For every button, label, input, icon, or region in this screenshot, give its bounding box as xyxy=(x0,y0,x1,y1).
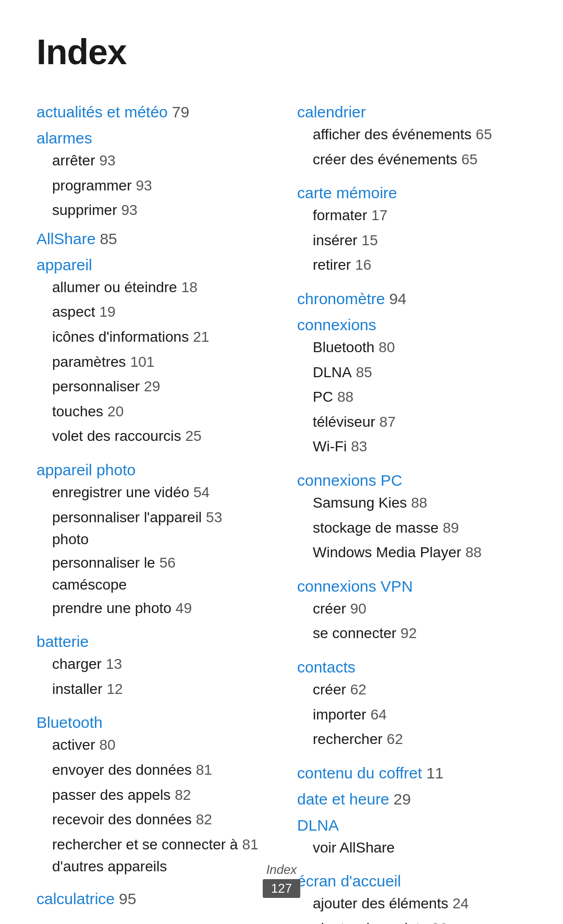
list-item: contacts créer 62 importer 64 rechercher… xyxy=(297,658,527,757)
entry-title: AllShare xyxy=(36,230,95,248)
sub-entries: afficher des événements 65 créer des évé… xyxy=(297,122,527,172)
sub-entry: volet des raccourcis 25 xyxy=(52,424,266,449)
list-item: date et heure 29 xyxy=(297,790,527,809)
entry-title: carte mémoire xyxy=(297,184,397,202)
entry-title: calendrier xyxy=(297,103,366,121)
sub-entry: ajouter des volets 26 xyxy=(313,916,527,924)
sub-entry: rechercher 62 xyxy=(313,727,527,752)
entry-title: connexions xyxy=(297,316,376,334)
list-item: connexions VPN créer 90 se connecter 92 xyxy=(297,578,527,651)
entry-title: chronomètre xyxy=(297,290,385,308)
right-column: calendrier afficher des événements 65 cr… xyxy=(297,98,527,924)
sub-entry: insérer 15 xyxy=(313,228,527,253)
sub-entry: voir AllShare xyxy=(313,835,527,860)
sub-entry: aspect 19 xyxy=(52,299,266,325)
list-item: chronomètre 94 xyxy=(297,290,527,309)
entry-title: contenu du coffret xyxy=(297,764,422,782)
sub-entry: formater 17 xyxy=(313,203,527,228)
sub-entry: recevoir des données 82 xyxy=(52,807,266,832)
entry-page: 85 xyxy=(100,230,117,248)
sub-entry: charger 13 xyxy=(52,652,266,677)
entry-title: connexions VPN xyxy=(297,578,413,595)
sub-entry: créer 62 xyxy=(313,677,527,702)
list-item: connexions PC Samsung Kies 88 stockage d… xyxy=(297,472,527,570)
page-title: Index xyxy=(36,31,527,72)
sub-entry: téléviseur 87 xyxy=(313,410,527,435)
sub-entries: créer 62 importer 64 rechercher 62 xyxy=(297,677,527,752)
list-item: connexions Bluetooth 80 DLNA 85 PC 88 té… xyxy=(297,316,527,464)
entry-title: Bluetooth xyxy=(36,714,103,731)
entry-title: contacts xyxy=(297,658,356,676)
sub-entry: PC 88 xyxy=(313,385,527,410)
sub-entry: activer 80 xyxy=(52,733,266,758)
sub-entry: se connecter 92 xyxy=(313,621,527,646)
list-item: batterie charger 13 installer 12 xyxy=(36,633,266,706)
left-column: actualités et météo 79 alarmes arrêter 9… xyxy=(36,98,266,924)
entry-title: appareil photo xyxy=(36,461,136,479)
entry-title: batterie xyxy=(36,633,89,651)
list-item: appareil allumer ou éteindre 18 aspect 1… xyxy=(36,256,266,454)
sub-entry: afficher des événements 65 xyxy=(313,122,527,147)
sub-entry: créer 90 xyxy=(313,596,527,621)
sub-entry: Samsung Kies 88 xyxy=(313,490,527,515)
list-item: Bluetooth activer 80 envoyer des données… xyxy=(36,714,266,882)
page-footer: Index 127 xyxy=(0,862,563,898)
sub-entry: paramètres 101 xyxy=(52,350,266,375)
sub-entries: formater 17 insérer 15 retirer 16 xyxy=(297,203,527,278)
list-item: contenu du coffret 11 xyxy=(297,764,527,783)
index-content: actualités et météo 79 alarmes arrêter 9… xyxy=(36,98,527,924)
sub-entries: voir AllShare xyxy=(297,835,527,860)
sub-entry: importer 64 xyxy=(313,702,527,727)
sub-entry: retirer 16 xyxy=(313,253,527,278)
sub-entry: créer des événements 65 xyxy=(313,147,527,172)
sub-entry: personnaliser lecaméscope 56 xyxy=(52,550,266,596)
sub-entries: charger 13 installer 12 xyxy=(36,652,266,701)
entry-title: actualités et météo xyxy=(36,103,168,121)
sub-entry: enregistrer une vidéo 54 xyxy=(52,480,266,505)
sub-entry: DLNA 85 xyxy=(313,360,527,385)
sub-entries: activer 80 envoyer des données 81 passer… xyxy=(36,733,266,877)
sub-entry: Wi-Fi 83 xyxy=(313,434,527,459)
sub-entry: passer des appels 82 xyxy=(52,783,266,808)
entry-title: alarmes xyxy=(36,129,92,147)
sub-entry: arrêter 93 xyxy=(52,148,266,173)
sub-entry: programmer 93 xyxy=(52,173,266,198)
sub-entries: enregistrer une vidéo 54 personnaliser l… xyxy=(36,480,266,620)
entry-page: 79 xyxy=(172,103,189,121)
footer-label: Index xyxy=(0,862,563,877)
entry-title: DLNA xyxy=(297,817,339,834)
sub-entry: installer 12 xyxy=(52,677,266,702)
sub-entry: stockage de masse 89 xyxy=(313,515,527,541)
entry-page: 94 xyxy=(389,290,406,308)
sub-entry: Windows Media Player 88 xyxy=(313,540,527,565)
entry-page: 11 xyxy=(426,764,444,782)
sub-entry: prendre une photo 49 xyxy=(52,596,266,621)
footer-page-number: 127 xyxy=(263,879,300,898)
sub-entry: Bluetooth 80 xyxy=(313,335,527,360)
sub-entry: icônes d'informations 21 xyxy=(52,325,266,350)
sub-entry: allumer ou éteindre 18 xyxy=(52,275,266,300)
list-item: DLNA voir AllShare xyxy=(297,817,527,866)
entry-title: connexions PC xyxy=(297,472,402,489)
list-item: appareil photo enregistrer une vidéo 54 … xyxy=(36,461,266,626)
sub-entry: personnaliser l'appareilphoto 53 xyxy=(52,505,266,550)
sub-entry: envoyer des données 81 xyxy=(52,758,266,783)
sub-entries: Samsung Kies 88 stockage de masse 89 Win… xyxy=(297,490,527,565)
list-item: calendrier afficher des événements 65 cr… xyxy=(297,103,527,177)
sub-entries: arrêter 93 programmer 93 supprimer 93 xyxy=(36,148,266,223)
entry-page: 29 xyxy=(394,790,411,808)
list-item: actualités et météo 79 xyxy=(36,103,266,122)
sub-entry: touches 20 xyxy=(52,399,266,424)
entry-title: appareil xyxy=(36,256,92,274)
sub-entries: Bluetooth 80 DLNA 85 PC 88 téléviseur 87… xyxy=(297,335,527,459)
list-item: alarmes arrêter 93 programmer 93 supprim… xyxy=(36,129,266,228)
sub-entry: supprimer 93 xyxy=(52,198,266,223)
sub-entries: créer 90 se connecter 92 xyxy=(297,596,527,646)
entry-title: date et heure xyxy=(297,790,389,808)
sub-entry: personnaliser 29 xyxy=(52,374,266,399)
sub-entries: allumer ou éteindre 18 aspect 19 icônes … xyxy=(36,275,266,449)
list-item: AllShare 85 xyxy=(36,230,266,249)
list-item: carte mémoire formater 17 insérer 15 ret… xyxy=(297,184,527,283)
